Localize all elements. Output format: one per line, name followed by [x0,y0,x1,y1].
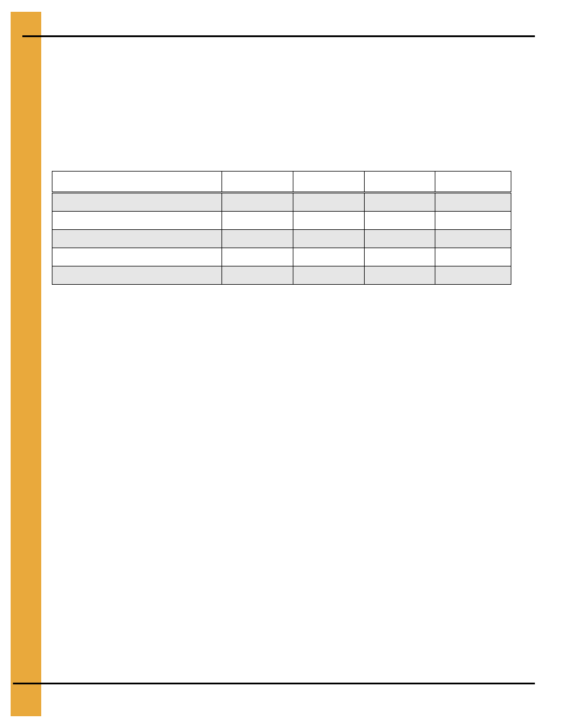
cell [364,193,435,212]
table-header-row [52,172,511,193]
table-row [52,266,511,285]
cell [435,193,511,212]
cell [293,230,364,248]
cell [435,248,511,266]
th-1 [222,172,293,193]
table-row [52,230,511,248]
cell [222,193,293,212]
table-row [52,212,511,230]
cell [364,230,435,248]
cell [52,266,222,285]
cell [293,193,364,212]
cell [52,193,222,212]
cell [222,248,293,266]
th-2 [293,172,364,193]
cell [52,230,222,248]
cell [52,212,222,230]
cell [435,230,511,248]
left-accent-bar [11,12,41,716]
cell [364,212,435,230]
cell [222,212,293,230]
th-3 [364,172,435,193]
th-0 [52,172,222,193]
table-row [52,248,511,266]
cell [435,212,511,230]
cell [435,266,511,285]
cell [222,230,293,248]
th-4 [435,172,511,193]
cell [364,266,435,285]
cell [52,248,222,266]
footer-rule [13,683,535,684]
data-table [52,171,511,285]
header-rule [22,35,535,37]
cell [293,212,364,230]
cell [293,248,364,266]
cell [293,266,364,285]
table-row [52,193,511,212]
cell [364,248,435,266]
cell [222,266,293,285]
